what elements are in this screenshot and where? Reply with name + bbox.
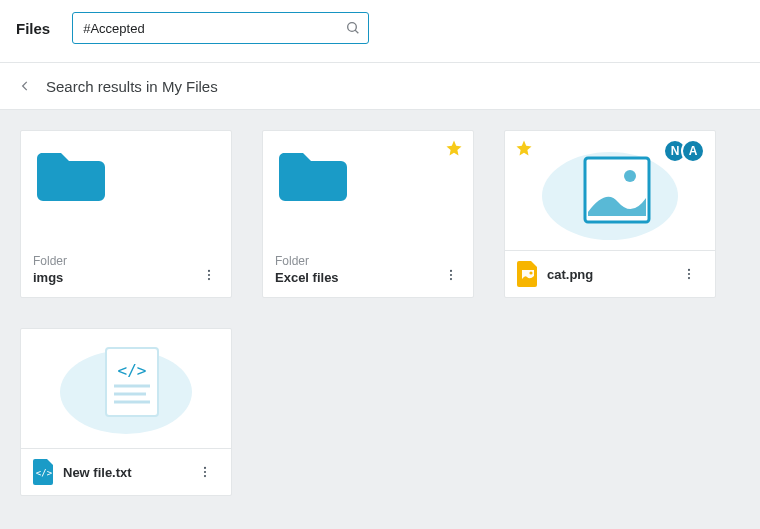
file-card[interactable]: N A — [504, 130, 716, 298]
folder-card[interactable]: Folder imgs — [20, 130, 232, 298]
svg-point-11 — [529, 271, 532, 274]
svg-point-24 — [204, 475, 206, 477]
item-name: cat.png — [547, 267, 675, 282]
image-preview-icon — [505, 131, 715, 250]
card-footer: </> New file.txt — [21, 449, 231, 495]
star-icon — [445, 139, 463, 157]
more-button[interactable] — [675, 260, 703, 288]
card-footer: Folder imgs — [21, 254, 231, 297]
card-footer: cat.png — [505, 251, 715, 297]
item-name: imgs — [33, 270, 219, 285]
card-preview — [21, 131, 231, 254]
filetype-image-icon — [517, 261, 539, 287]
folder-icon — [277, 145, 349, 207]
filetype-code-icon: </> — [33, 459, 55, 485]
search-field[interactable] — [72, 12, 369, 44]
results-title: Search results in My Files — [46, 78, 218, 95]
section-title: Files — [16, 20, 50, 37]
svg-point-2 — [208, 270, 210, 272]
file-card[interactable]: </> </> New file.txt — [20, 328, 232, 496]
svg-point-22 — [204, 467, 206, 469]
item-type-label: Folder — [275, 254, 461, 268]
svg-point-23 — [204, 471, 206, 473]
item-name: Excel files — [275, 270, 461, 285]
search-icon[interactable] — [345, 20, 361, 36]
svg-point-7 — [450, 278, 452, 280]
svg-point-14 — [688, 277, 690, 279]
svg-point-4 — [208, 278, 210, 280]
folder-icon — [35, 145, 107, 207]
svg-point-13 — [688, 273, 690, 275]
card-preview: </> — [21, 329, 231, 449]
results-grid-area: Folder imgs — [0, 110, 760, 529]
svg-text:</>: </> — [118, 361, 147, 380]
back-icon[interactable] — [18, 79, 32, 93]
svg-point-5 — [450, 270, 452, 272]
svg-point-12 — [688, 269, 690, 271]
item-type-label: Folder — [33, 254, 219, 268]
more-button[interactable] — [191, 458, 219, 486]
folder-card[interactable]: Folder Excel files — [262, 130, 474, 298]
item-name: New file.txt — [63, 465, 191, 480]
results-header: Search results in My Files — [0, 62, 760, 110]
card-preview — [263, 131, 473, 254]
svg-line-1 — [355, 30, 358, 33]
card-footer: Folder Excel files — [263, 254, 473, 297]
svg-point-3 — [208, 274, 210, 276]
card-preview: N A — [505, 131, 715, 251]
svg-rect-16 — [106, 348, 158, 416]
svg-point-10 — [624, 170, 636, 182]
more-button[interactable] — [437, 261, 465, 289]
topbar: Files — [0, 0, 760, 62]
results-grid: Folder imgs — [20, 130, 740, 496]
svg-point-0 — [348, 23, 357, 32]
more-button[interactable] — [195, 261, 223, 289]
svg-text:</>: </> — [36, 468, 53, 478]
search-input[interactable] — [72, 12, 369, 44]
code-preview-icon: </> — [21, 329, 231, 448]
svg-point-6 — [450, 274, 452, 276]
